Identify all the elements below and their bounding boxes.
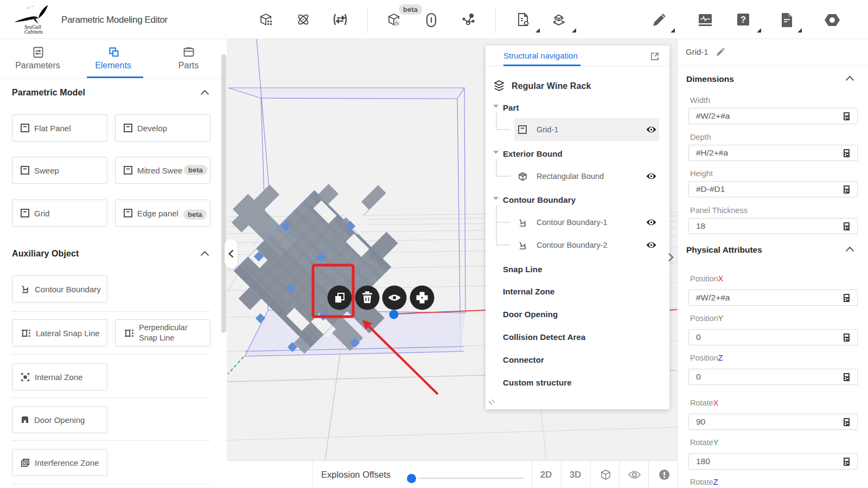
svg-text:fx: fx <box>395 20 399 26</box>
svg-text:SeaGull: SeaGull <box>24 24 41 30</box>
svg-text:Cabinets: Cabinets <box>24 29 43 35</box>
svg-text:?: ? <box>741 15 746 24</box>
